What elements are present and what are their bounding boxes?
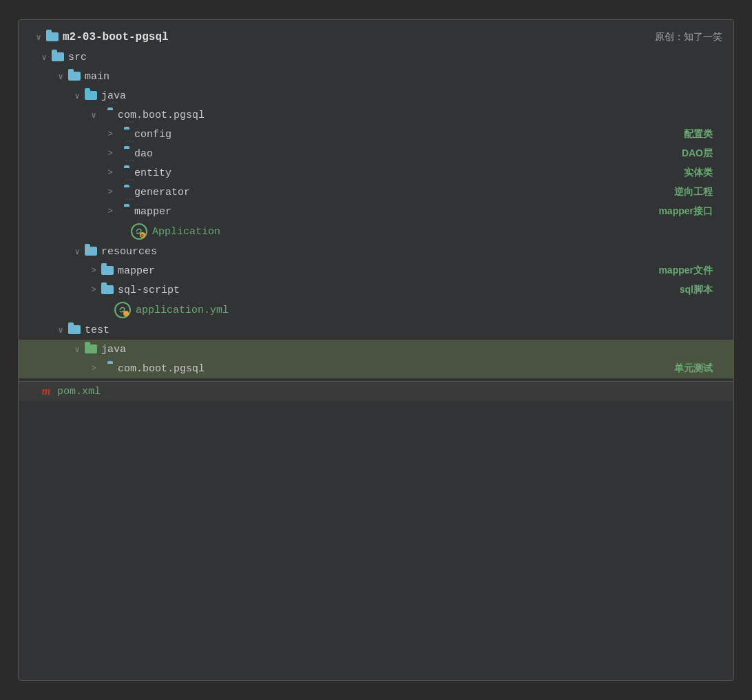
test-com-boot-label: com.boot.pgsql: [118, 363, 674, 375]
sql-script-chevron[interactable]: [87, 285, 100, 295]
application-label: Application: [152, 226, 733, 238]
test-label: test: [85, 325, 733, 336]
mapper-java-row[interactable]: mapper mapper接口: [19, 202, 733, 221]
sql-script-folder-icon: [100, 284, 115, 296]
application-row[interactable]: ⚙ Application: [19, 221, 733, 242]
main-folder-icon: [67, 70, 82, 83]
sql-script-label: sql-script: [118, 285, 680, 296]
resources-folder-icon: [83, 245, 98, 258]
dao-chevron[interactable]: [104, 149, 116, 158]
folder-blue-shape: [52, 52, 64, 61]
folder-blue-shape: [101, 266, 114, 275]
entity-chevron[interactable]: [104, 168, 116, 178]
java-folder-icon: [83, 90, 98, 102]
mapper-java-annotation: mapper接口: [658, 205, 713, 218]
resources-label: resources: [101, 246, 733, 258]
entity-label: entity: [134, 167, 684, 179]
mapper-java-chevron[interactable]: [104, 207, 116, 216]
test-java-folder-icon: [83, 343, 98, 356]
test-folder-icon: [67, 324, 82, 336]
test-com-boot-row[interactable]: com.boot.pgsql 单元测试: [19, 359, 733, 378]
credit-text: 原创：知了一笑: [655, 31, 722, 43]
test-com-boot-pkg-icon: [100, 362, 115, 375]
test-java-label: java: [101, 344, 733, 356]
generator-chevron[interactable]: [104, 187, 116, 197]
dao-label: dao: [134, 148, 682, 160]
src-chevron[interactable]: [38, 52, 50, 63]
root-label: m2-03-boot-pgsql: [63, 31, 655, 43]
com-boot-pgsql-label: com.boot.pgsql: [118, 110, 733, 121]
folder-blue-shape: [68, 72, 81, 81]
test-com-boot-chevron[interactable]: [87, 364, 100, 373]
maven-letter: m: [42, 385, 50, 398]
test-chevron[interactable]: [54, 325, 67, 336]
src-row[interactable]: src: [19, 48, 733, 67]
pom-label: pom.xml: [57, 386, 733, 398]
com-boot-chevron[interactable]: [87, 110, 100, 121]
mapper-java-pkg-icon: [116, 205, 132, 218]
test-row[interactable]: test: [19, 320, 733, 340]
sql-script-row[interactable]: sql-script sql脚本: [19, 280, 733, 300]
root-row-content: m2-03-boot-pgsql: [25, 31, 655, 43]
src-label: src: [68, 52, 733, 63]
resources-chevron[interactable]: [71, 247, 83, 257]
main-row[interactable]: main: [19, 67, 733, 86]
root-chevron[interactable]: [32, 32, 45, 43]
sql-script-annotation: sql脚本: [680, 284, 713, 296]
application-yml-label: application.yml: [136, 305, 733, 316]
res-mapper-label: mapper: [118, 265, 658, 277]
test-java-chevron[interactable]: [71, 344, 83, 355]
test-java-row[interactable]: java: [19, 340, 733, 359]
root-folder-icon: [45, 31, 60, 43]
spring-icon-svg: ⚙: [130, 223, 148, 240]
config-annotation: 配置类: [684, 128, 713, 141]
main-label: main: [85, 71, 733, 83]
config-label: config: [134, 129, 684, 141]
entity-annotation: 实体类: [684, 167, 713, 179]
res-folder-shape: [85, 247, 97, 256]
pom-row[interactable]: m pom.xml: [19, 381, 733, 401]
src-folder-icon: [50, 51, 65, 63]
res-mapper-folder-icon: [100, 265, 115, 277]
folder-green-shape: [85, 344, 97, 353]
spring-boot-icon: ⚙: [129, 223, 149, 240]
dao-annotation: DAO层: [682, 147, 713, 160]
config-chevron[interactable]: [104, 130, 116, 139]
java-label: java: [101, 90, 733, 102]
file-tree-panel: m2-03-boot-pgsql 原创：知了一笑 src main java: [18, 19, 734, 681]
header-row: m2-03-boot-pgsql 原创：知了一笑: [19, 27, 733, 48]
folder-blue-shape: [68, 325, 81, 334]
test-com-boot-annotation: 单元测试: [674, 362, 713, 375]
com-boot-pkg-icon: [100, 109, 115, 121]
application-yml-row[interactable]: application.yml: [19, 300, 733, 320]
mapper-java-label: mapper: [134, 206, 658, 218]
main-chevron[interactable]: [54, 72, 67, 82]
folder-blue-shape: [101, 285, 114, 294]
java-chevron[interactable]: [71, 91, 83, 101]
generator-label: generator: [134, 187, 674, 198]
generator-annotation: 逆向工程: [674, 186, 713, 198]
res-mapper-row[interactable]: mapper mapper文件: [19, 261, 733, 280]
svg-point-4: [123, 311, 129, 316]
res-mapper-annotation: mapper文件: [658, 265, 713, 277]
res-mapper-chevron[interactable]: [87, 266, 100, 276]
folder-blue-shape: [46, 32, 59, 41]
resources-row[interactable]: resources: [19, 242, 733, 261]
java-row[interactable]: java: [19, 86, 733, 105]
maven-icon: m: [38, 384, 54, 399]
yml-spring-icon: [112, 302, 133, 318]
yml-icon-svg: [114, 301, 132, 319]
